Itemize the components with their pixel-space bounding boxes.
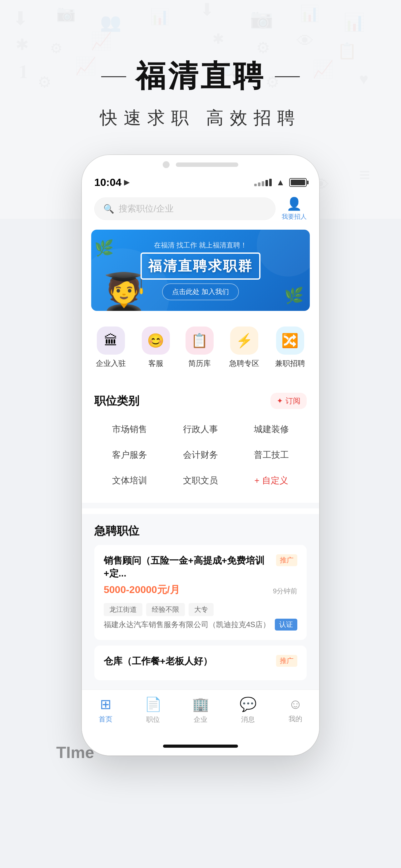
signal-icon <box>254 179 272 186</box>
job-tag-exp-0: 经验不限 <box>146 603 185 616</box>
recruit-label: 我要招人 <box>282 213 307 221</box>
search-box[interactable]: 🔍 搜索职位/企业 <box>94 197 275 220</box>
job-meta-row-0: 5000-20000元/月 9分钟前 <box>104 583 297 599</box>
subscribe-button[interactable]: ✦ 订阅 <box>270 393 307 409</box>
job-card-1[interactable]: 仓库（工作餐+老板人好） 推广 <box>94 646 307 680</box>
messages-label: 消息 <box>241 715 255 724</box>
notch-pill <box>176 162 238 167</box>
category-item-2[interactable]: 城建装修 <box>236 416 307 442</box>
enterprise-icon: 🏛 <box>104 333 118 348</box>
banner-main-text: 福清直聘求职群 <box>140 252 261 280</box>
category-item-5[interactable]: 普工技工 <box>236 442 307 468</box>
enterprise-icon-bg: 🏛 <box>97 327 125 354</box>
app-subtitle: 快速求职 高效招聘 <box>0 106 401 130</box>
resume-label: 简历库 <box>188 359 211 368</box>
job-card-0[interactable]: 销售顾问（五险一金+高提成+免费培训+定... 推广 5000-20000元/月… <box>94 545 307 640</box>
bottom-nav: ⊞ 首页 📄 职位 🏢 企业 💬 消息 ☺ 我的 <box>82 690 319 737</box>
quick-item-enterprise[interactable]: 🏛 企业入驻 <box>96 327 126 368</box>
banner-plant-right: 🌿 <box>284 286 304 305</box>
job-salary-0: 5000-20000元/月 <box>104 583 180 597</box>
search-icon: 🔍 <box>103 204 114 214</box>
banner-content: 在福清 找工作 就上福清直聘！ 福清直聘求职群 点击此处 加入我们 <box>140 241 261 300</box>
nav-item-jobs[interactable]: 📄 职位 <box>129 696 177 724</box>
job-promote-tag-0: 推广 <box>276 554 297 566</box>
parttime-icon-bg: 🔀 <box>276 327 304 354</box>
category-item-7[interactable]: 文职文员 <box>165 468 236 493</box>
nav-item-home[interactable]: ⊞ 首页 <box>82 696 129 724</box>
phone-notch <box>82 155 319 171</box>
urgent-title: 急聘职位 <box>94 523 307 539</box>
category-item-4[interactable]: 会计财务 <box>165 442 236 468</box>
job-tag-edu-0: 大专 <box>189 603 213 616</box>
category-item-1[interactable]: 行政人事 <box>165 416 236 442</box>
jobs-icon: 📄 <box>144 696 162 712</box>
category-grid: 市场销售 行政人事 城建装修 客户服务 会计财务 普工技工 文体培训 文职文员 … <box>94 416 307 493</box>
job-time-0: 9分钟前 <box>273 587 297 596</box>
service-label: 客服 <box>148 359 163 368</box>
app-title: 福清直聘 <box>0 56 401 97</box>
location-arrow: ▶ <box>124 178 129 187</box>
company-row-0: 福建永达汽车销售服务有限公司（凯迪拉克4S店） 认证 <box>104 619 297 630</box>
category-item-0[interactable]: 市场销售 <box>94 416 165 442</box>
messages-icon: 💬 <box>239 696 257 712</box>
quick-item-urgent[interactable]: ⚡ 急聘专区 <box>229 327 259 368</box>
recruit-button[interactable]: 👤 我要招人 <box>282 196 307 221</box>
subscribe-icon: ✦ <box>277 397 283 405</box>
profile-label: 我的 <box>289 714 302 724</box>
title-line-left <box>101 76 126 77</box>
battery-icon <box>289 178 307 187</box>
enterprise-nav-icon: 🏢 <box>192 696 209 712</box>
job-tags-0: 龙江街道 经验不限 大专 <box>104 603 297 616</box>
status-bar: 10:04 ▶ ▲ <box>82 171 319 191</box>
subscribe-label: 订阅 <box>286 396 300 406</box>
title-section: 福清直聘 快速求职 高效招聘 <box>0 0 401 149</box>
category-item-6[interactable]: 文体培训 <box>94 468 165 493</box>
home-bar <box>163 745 238 748</box>
wifi-icon: ▲ <box>276 178 285 187</box>
job-tag-location-0: 龙江街道 <box>104 603 142 616</box>
urgent-label: 急聘专区 <box>229 359 259 368</box>
category-add-custom[interactable]: + 自定义 <box>236 468 307 493</box>
parttime-label: 兼职招聘 <box>275 359 305 368</box>
resume-icon-bg: 📋 <box>186 327 213 354</box>
banner-button[interactable]: 点击此处 加入我们 <box>162 283 239 300</box>
home-label: 首页 <box>99 715 112 724</box>
nav-item-messages[interactable]: 💬 消息 <box>224 696 272 724</box>
section-divider <box>82 503 319 508</box>
job-title-0: 销售顾问（五险一金+高提成+免费培训+定... <box>104 554 273 580</box>
banner-plant-left: 🌿 <box>94 239 114 257</box>
title-line-right <box>275 76 300 77</box>
resume-icon: 📋 <box>191 333 208 349</box>
phone-mockup: 10:04 ▶ ▲ 🔍 搜索职位/企业 <box>82 155 319 755</box>
notch-camera <box>163 161 170 168</box>
nav-item-profile[interactable]: ☺ 我的 <box>272 696 319 724</box>
search-area: 🔍 搜索职位/企业 👤 我要招人 <box>82 191 319 226</box>
enterprise-nav-label: 企业 <box>194 715 207 724</box>
search-placeholder: 搜索职位/企业 <box>119 203 174 215</box>
quick-item-resume[interactable]: 📋 简历库 <box>186 327 213 368</box>
status-icons: ▲ <box>254 178 307 187</box>
status-time: 10:04 ▶ <box>94 176 129 188</box>
category-section: 职位类别 ✦ 订阅 市场销售 行政人事 城建装修 客户服务 会计财务 普工技工 … <box>82 383 319 503</box>
company-name-0: 福建永达汽车销售服务有限公司（凯迪拉克4S店） <box>104 620 270 629</box>
banner-image[interactable]: 🧑‍🎓 🌿 🌿 在福清 找工作 就上福清直聘！ 福清直聘求职群 点击此处 加入我… <box>91 230 310 311</box>
category-title: 职位类别 <box>94 393 139 409</box>
category-header: 职位类别 ✦ 订阅 <box>94 393 307 409</box>
job-promote-tag-1: 推广 <box>276 655 297 667</box>
jobs-label: 职位 <box>146 715 160 724</box>
urgent-section: 急聘职位 销售顾问（五险一金+高提成+免费培训+定... 推广 5000-200… <box>82 514 319 690</box>
parttime-icon: 🔀 <box>281 333 299 349</box>
nav-item-enterprise[interactable]: 🏢 企业 <box>177 696 224 724</box>
banner-top-text: 在福清 找工作 就上福清直聘！ <box>140 241 261 250</box>
verified-badge-0: 认证 <box>275 619 297 630</box>
job-card-header-1: 仓库（工作餐+老板人好） 推广 <box>104 655 297 668</box>
quick-item-service[interactable]: 😊 客服 <box>142 327 170 368</box>
banner-area: 🧑‍🎓 🌿 🌿 在福清 找工作 就上福清直聘！ 福清直聘求职群 点击此处 加入我… <box>82 226 319 317</box>
phone-wrapper: 10:04 ▶ ▲ 🔍 搜索职位/企业 <box>0 155 401 755</box>
category-item-3[interactable]: 客户服务 <box>94 442 165 468</box>
quick-item-parttime[interactable]: 🔀 兼职招聘 <box>275 327 305 368</box>
job-title-1: 仓库（工作餐+老板人好） <box>104 655 212 668</box>
quick-icons-row: 🏛 企业入驻 😊 客服 📋 简历库 ⚡ 急聘专区 <box>82 317 319 378</box>
profile-icon: ☺ <box>289 696 303 712</box>
service-icon-bg: 😊 <box>142 327 170 354</box>
